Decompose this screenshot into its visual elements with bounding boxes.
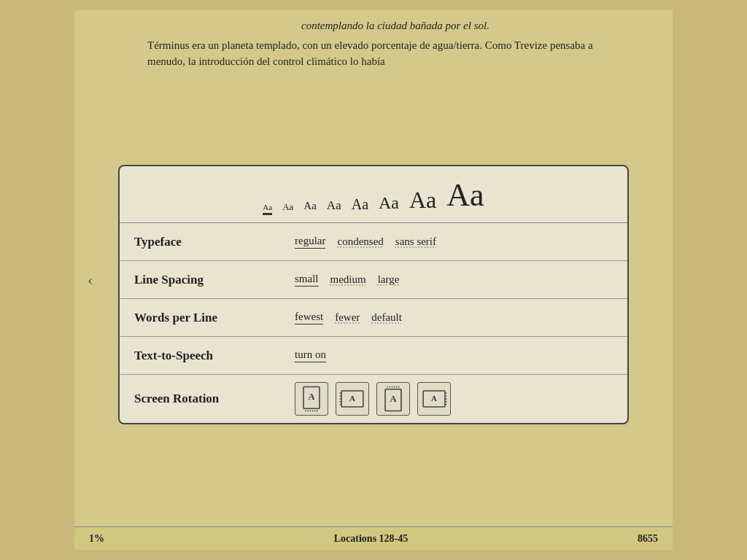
status-bar: 1% Locations 128-45 8655 (74, 526, 673, 550)
font-size-7[interactable]: Aa (409, 188, 436, 215)
font-sample-label: Aa (263, 203, 272, 211)
text-to-speech-row: Text-to-Speech turn on (120, 337, 627, 375)
line-spacing-small[interactable]: small (295, 273, 319, 287)
svg-point-14 (340, 404, 341, 405)
svg-text:A: A (390, 394, 396, 404)
svg-point-20 (394, 386, 395, 388)
line-spacing-label: Line Spacing (134, 273, 295, 287)
svg-text:A: A (349, 394, 355, 402)
words-fewest[interactable]: fewest (295, 311, 323, 324)
font-selected-indicator (379, 213, 399, 215)
text-to-speech-label: Text-to-Speech (134, 349, 295, 363)
svg-point-13 (340, 401, 341, 402)
typeface-label: Typeface (134, 235, 295, 249)
font-selected-indicator (282, 213, 293, 215)
typeface-row: Typeface regular condensed sans serif (120, 223, 627, 261)
font-sample-label: Aa (352, 197, 368, 211)
svg-text:A: A (308, 392, 314, 402)
rotation-portrait-normal[interactable]: A (295, 382, 328, 416)
tts-turn-on[interactable]: turn on (295, 349, 326, 362)
words-per-line-label: Words per Line (134, 311, 295, 325)
font-selected-indicator (303, 213, 317, 215)
font-sample-label: Aa (446, 179, 484, 211)
svg-point-6 (314, 410, 316, 411)
svg-point-18 (389, 386, 390, 388)
rotation-icon-group: A (295, 382, 451, 416)
locations-text: Locations 128-45 (334, 533, 409, 545)
rotation-landscape-right[interactable]: A (417, 382, 451, 416)
font-selected-indicator (327, 213, 341, 215)
svg-point-27 (445, 398, 446, 400)
line-spacing-row: Line Spacing small medium large (120, 261, 627, 299)
font-sample-label: Aa (282, 202, 293, 211)
words-per-line-row: Words per Line fewest fewer default (120, 299, 627, 337)
font-size-2[interactable]: Aa (282, 202, 293, 215)
font-selected-indicator (446, 213, 484, 215)
font-size-3[interactable]: Aa (303, 201, 317, 215)
typeface-options: regular condensed sans serif (295, 235, 436, 249)
svg-point-3 (307, 410, 309, 411)
rotation-landscape-left[interactable]: A (336, 382, 369, 416)
font-size-row: Aa Aa Aa Aa Aa Aa (120, 166, 627, 223)
svg-text:A: A (431, 394, 437, 402)
svg-point-7 (317, 410, 318, 411)
svg-point-26 (445, 395, 446, 397)
words-default[interactable]: default (371, 311, 402, 324)
svg-point-17 (387, 386, 388, 388)
svg-point-29 (445, 404, 446, 405)
line-spacing-options: small medium large (295, 273, 399, 287)
kindle-device: contemplando la ciudad bañada por el sol… (74, 10, 673, 550)
svg-point-22 (398, 386, 400, 388)
svg-point-10 (340, 392, 341, 394)
svg-point-12 (340, 398, 341, 400)
rotation-landscape-right-icon: A (421, 386, 447, 412)
line-spacing-large[interactable]: large (378, 273, 400, 286)
line-spacing-medium[interactable]: medium (330, 273, 366, 286)
rotation-portrait-flipped[interactable]: A (376, 382, 410, 416)
svg-point-5 (312, 410, 314, 411)
book-line-1: contemplando la ciudad bañada por el sol… (147, 18, 643, 34)
font-size-8[interactable]: Aa (446, 179, 484, 215)
screen-rotation-row: Screen Rotation A (120, 375, 627, 423)
rotation-landscape-left-icon: A (339, 386, 365, 412)
text-to-speech-options: turn on (295, 349, 326, 362)
svg-point-4 (309, 410, 311, 411)
screen-rotation-options: A (295, 382, 451, 416)
page-number: 8655 (638, 533, 658, 545)
rotation-portrait-flipped-icon: A (380, 386, 406, 412)
progress-percent: 1% (89, 533, 104, 545)
settings-panel: Aa Aa Aa Aa Aa Aa (118, 165, 629, 424)
typeface-sans-serif[interactable]: sans serif (395, 236, 436, 248)
font-size-1[interactable]: Aa (263, 203, 272, 215)
font-sample-label: Aa (303, 201, 317, 211)
svg-point-21 (396, 386, 398, 388)
rotation-portrait-normal-icon: A (298, 386, 325, 412)
font-sample-label: Aa (379, 194, 399, 211)
typeface-condensed[interactable]: condensed (337, 236, 383, 248)
font-sample-label: Aa (409, 188, 436, 211)
font-selected-indicator (263, 213, 272, 215)
words-fewer[interactable]: fewer (335, 311, 360, 324)
screen-rotation-label: Screen Rotation (134, 392, 295, 406)
nav-back-arrow[interactable]: ‹ (88, 271, 93, 289)
typeface-regular[interactable]: regular (295, 235, 325, 249)
svg-point-25 (445, 392, 446, 394)
font-selected-indicator (409, 213, 436, 215)
font-selected-indicator (352, 213, 368, 215)
words-per-line-options: fewest fewer default (295, 311, 402, 324)
book-line-2: Términus era un planeta templado, con un… (147, 37, 643, 54)
book-line-3: menudo, la introducción del control clim… (147, 53, 643, 70)
font-size-6[interactable]: Aa (379, 194, 399, 215)
font-sample-label: Aa (327, 199, 341, 211)
svg-point-11 (340, 395, 341, 397)
svg-point-2 (305, 410, 306, 411)
font-size-4[interactable]: Aa (327, 199, 341, 215)
svg-point-28 (445, 401, 446, 402)
svg-point-19 (391, 386, 392, 388)
book-text-area: contemplando la ciudad bañada por el sol… (133, 10, 658, 77)
font-size-5[interactable]: Aa (352, 197, 368, 215)
